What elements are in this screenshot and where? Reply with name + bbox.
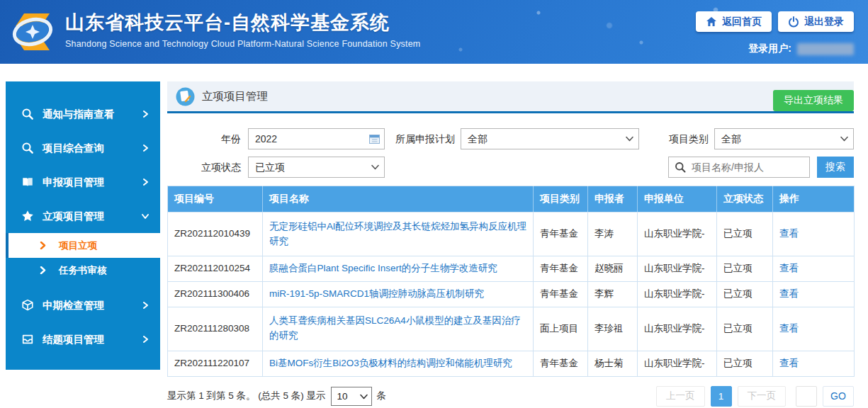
col-header-action: 操作 [773, 186, 855, 212]
cell-project-name: miR-191-5p-SMARCD1轴调控肺动脉高压机制研究 [263, 281, 534, 307]
table-row: ZR202112010439 无定形硅铝中Al配位环境调控及其长链烷烃加氢异构反… [168, 212, 855, 256]
cell-action: 查看 [773, 281, 855, 307]
cell-project-code: ZR202111300406 [168, 281, 263, 307]
app-logo-icon [9, 8, 57, 56]
login-user-name-redacted [797, 43, 854, 55]
sidebar-subitem-project-approval[interactable]: 项目立项 [6, 233, 160, 258]
cell-category: 青年基金 [534, 281, 588, 307]
view-link[interactable]: 查看 [779, 228, 799, 239]
brand-block: 山东省科技云平台-自然科学基金系统 Shandong Science and T… [65, 10, 420, 49]
col-header-applicant: 申报者 [588, 186, 638, 212]
search-field-wrap [668, 157, 810, 178]
login-user: 登录用户: [748, 42, 854, 55]
filter-bar: 年份 所属申报计划 全部 项目类别 全部 [167, 113, 854, 186]
chevron-right-icon [142, 178, 149, 186]
cell-project-name: 人类耳聋疾病相关基因SLC26A4小鼠模型的建立及基因治疗的研究 [263, 307, 534, 351]
sidebar-item-label: 项目综合查询 [43, 142, 142, 155]
status-select[interactable]: 已立项 [248, 157, 385, 178]
login-user-label: 登录用户: [748, 42, 791, 55]
cell-action: 查看 [773, 307, 855, 351]
plan-label: 所属申报计划 [387, 129, 455, 149]
view-link[interactable]: 查看 [779, 323, 799, 334]
chevron-right-icon [142, 144, 149, 152]
sidebar-item-project-query[interactable]: 项目综合查询 [6, 131, 160, 165]
project-name-link[interactable]: 人类耳聋疾病相关基因SLC26A4小鼠模型的建立及基因治疗的研究 [269, 315, 521, 341]
project-name-link[interactable]: 无定形硅铝中Al配位环境调控及其长链烷烃加氢异构反应机理研究 [269, 221, 526, 246]
document-pencil-icon [176, 87, 195, 106]
cell-category: 面上项目 [534, 307, 588, 351]
search-input[interactable] [668, 157, 810, 178]
sidebar-item-notices[interactable]: 通知与指南查看 [6, 97, 160, 131]
sidebar-item-label: 立项项目管理 [43, 210, 142, 223]
sidebar-item-completed-projects[interactable]: 结题项目管理 [6, 322, 160, 356]
sidebar-item-midterm-inspection[interactable]: 中期检查管理 [6, 288, 160, 322]
pager: 上一页 1 下一页 GO [656, 386, 854, 407]
page-1-button[interactable]: 1 [711, 386, 732, 407]
prev-page-button[interactable]: 上一页 [656, 386, 705, 407]
star-icon [21, 210, 34, 222]
pagination-info-text: 显示第 1 到第 5 条。 (总共 5 条) 显示 [167, 390, 326, 402]
calendar-icon[interactable] [369, 134, 380, 144]
sidebar-subitem-task-book-review[interactable]: 任务书审核 [6, 258, 160, 283]
project-name-link[interactable]: 膜融合蛋白Plant Specific Insert的分子生物学改造研究 [269, 263, 497, 273]
sidebar-item-approved-projects[interactable]: 立项项目管理 [6, 199, 160, 233]
search-button[interactable]: 搜索 [817, 157, 854, 178]
chevron-right-icon [142, 302, 149, 309]
cell-project-code: ZR202111280308 [168, 307, 263, 351]
cell-status: 已立项 [717, 281, 773, 307]
cell-project-name: Bi基MOFs衍生Bi2O3负极材料的结构调控和储能机理研究 [263, 351, 534, 376]
plan-select[interactable]: 全部 [461, 128, 639, 149]
col-header-name: 项目名称 [263, 186, 534, 212]
cell-action: 查看 [773, 212, 855, 256]
sidebar-item-label: 通知与指南查看 [43, 108, 142, 121]
chevron-right-icon [142, 110, 149, 118]
search-icon [675, 162, 686, 173]
cell-project-code: ZR202112010439 [168, 212, 263, 256]
main-content: 立项项目管理 导出立项结果 年份 所属申报计划 全部 项目类别 [167, 81, 854, 407]
app-subtitle: Shandong Science and Technology Cloud Pl… [65, 39, 420, 49]
table-row: ZR202111300406 miR-191-5p-SMARCD1轴调控肺动脉高… [168, 281, 855, 307]
cell-project-name: 无定形硅铝中Al配位环境调控及其长链烷烃加氢异构反应机理研究 [263, 212, 534, 256]
cell-applicant: 李辉 [588, 281, 638, 307]
pagination-info: 显示第 1 到第 5 条。 (总共 5 条) 显示 10 条 [167, 387, 386, 406]
cell-applicant: 李涛 [588, 212, 638, 256]
table-row: ZR202111220107 Bi基MOFs衍生Bi2O3负极材料的结构调控和储… [168, 351, 855, 376]
category-label: 项目类别 [666, 129, 709, 149]
project-name-link[interactable]: Bi基MOFs衍生Bi2O3负极材料的结构调控和储能机理研究 [269, 358, 512, 368]
status-label: 立项状态 [167, 157, 241, 177]
cube-icon [21, 299, 34, 312]
view-link[interactable]: 查看 [779, 358, 799, 368]
home-icon [706, 16, 717, 27]
app-title: 山东省科技云平台-自然科学基金系统 [65, 10, 420, 35]
logout-button-label: 退出登录 [804, 16, 844, 28]
logout-button[interactable]: 退出登录 [778, 11, 854, 32]
col-header-category: 项目类别 [534, 186, 588, 212]
cell-status: 已立项 [717, 351, 773, 376]
sidebar-subitem-label: 项目立项 [59, 239, 97, 252]
sidebar-item-declared-projects[interactable]: 申报项目管理 [6, 165, 160, 199]
inbox-icon [21, 333, 34, 346]
sidebar-submenu: 项目立项 任务书审核 [6, 233, 160, 283]
project-name-link[interactable]: miR-191-5p-SMARCD1轴调控肺动脉高压机制研究 [269, 288, 484, 299]
cell-category: 青年基金 [534, 256, 588, 282]
year-input[interactable] [248, 128, 385, 149]
view-link[interactable]: 查看 [779, 288, 799, 299]
table-row: ZR202111280308 人类耳聋疾病相关基因SLC26A4小鼠模型的建立及… [168, 307, 855, 351]
next-page-button[interactable]: 下一页 [738, 386, 787, 407]
search-icon [21, 108, 34, 120]
sidebar-item-label: 中期检查管理 [43, 299, 142, 312]
plan-select-wrap: 全部 [461, 128, 639, 149]
cell-action: 查看 [773, 351, 855, 376]
page-title: 立项项目管理 [202, 89, 268, 104]
cell-org: 山东职业学院- [638, 351, 717, 376]
cell-status: 已立项 [717, 307, 773, 351]
view-link[interactable]: 查看 [779, 263, 799, 273]
per-page-select[interactable]: 10 [331, 387, 372, 406]
arrow-right-icon [40, 242, 46, 249]
goto-page-input[interactable] [796, 386, 817, 407]
table-row: ZR202112010254 膜融合蛋白Plant Specific Inser… [168, 256, 855, 282]
category-select[interactable]: 全部 [714, 128, 854, 149]
go-button[interactable]: GO [823, 386, 854, 407]
export-results-button[interactable]: 导出立项结果 [773, 90, 854, 111]
home-button[interactable]: 返回首页 [696, 11, 772, 32]
